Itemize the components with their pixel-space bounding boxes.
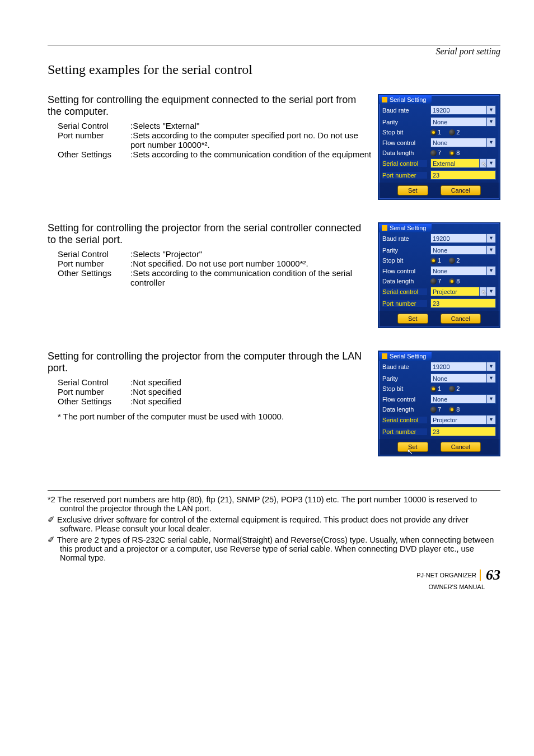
- cancel-button[interactable]: Cancel: [441, 185, 481, 195]
- chevron-down-icon[interactable]: ▼: [487, 245, 496, 255]
- top-rule: [48, 45, 500, 45]
- chevron-down-icon[interactable]: ▼: [487, 234, 496, 243]
- flow-control-select[interactable]: None▼: [430, 266, 496, 276]
- label-data-length: Data length: [382, 278, 427, 284]
- definition-row: Port number :Sets according to the compu…: [58, 130, 372, 150]
- data-length-radio[interactable]: 7 8: [430, 278, 496, 284]
- cancel-button[interactable]: Cancel: [441, 442, 481, 452]
- chevron-down-icon[interactable]: ▼: [487, 138, 496, 147]
- definition-row: Serial Control :Selects "Projector": [58, 249, 372, 259]
- note-line: *2 The reserved port numbers are http (8…: [48, 495, 500, 513]
- chevron-down-icon[interactable]: ▼: [487, 266, 496, 276]
- chevron-down-icon[interactable]: ▼: [487, 415, 496, 424]
- label-serial-control: Serial control: [382, 417, 427, 423]
- radio-icon[interactable]: [449, 386, 455, 392]
- stop-bit-radio[interactable]: 1 2: [430, 385, 496, 392]
- definition-value: :Selects "Projector": [130, 249, 372, 259]
- definition-value: :Selects "External": [130, 121, 372, 130]
- definition-row: Other Settings :Sets according to the co…: [58, 268, 372, 287]
- radio-icon[interactable]: [430, 386, 437, 392]
- definition-label: Other Settings: [58, 268, 130, 287]
- chevron-down-icon[interactable]: ▼: [487, 158, 496, 168]
- definition-value: :Not specified: [130, 387, 372, 396]
- parity-select[interactable]: None▼: [430, 374, 496, 383]
- definition-label: Serial Control: [58, 377, 130, 387]
- definition-value: :Sets according to the communication con…: [130, 150, 372, 159]
- breadcrumb: Serial port setting: [48, 46, 500, 57]
- label-port-number: Port number: [382, 172, 427, 179]
- serial-control-select[interactable]: Projector▼: [430, 415, 496, 424]
- port-number-input[interactable]: 23: [430, 427, 496, 436]
- label-stop-bit: Stop bit: [382, 257, 427, 264]
- flow-control-select[interactable]: None▼: [430, 138, 496, 147]
- chevron-down-icon[interactable]: ▼: [487, 105, 496, 115]
- radio-icon[interactable]: [449, 150, 455, 156]
- label-port-number: Port number: [382, 300, 427, 307]
- radio-icon[interactable]: [430, 258, 437, 264]
- definition-label: Serial Control: [58, 121, 130, 130]
- label-flow-control: Flow control: [382, 139, 427, 146]
- label-flow-control: Flow control: [382, 396, 427, 403]
- definition-row: Other Settings :Sets according to the co…: [58, 150, 372, 159]
- radio-icon[interactable]: [430, 407, 437, 413]
- example-section: Setting for controlling the projector fr…: [48, 222, 500, 328]
- port-number-input[interactable]: 23: [430, 170, 496, 180]
- example-section: Setting for controlling the equipment co…: [48, 94, 500, 200]
- baud-rate-select[interactable]: 19200▼: [430, 105, 496, 115]
- definition-row: Serial Control :Not specified: [58, 377, 372, 387]
- parity-select[interactable]: None▼: [430, 117, 496, 127]
- section-heading: Setting for controlling the equipment co…: [48, 94, 372, 118]
- definition-row: Port number :Not specified: [58, 387, 372, 396]
- radio-icon[interactable]: [430, 129, 437, 136]
- radio-icon[interactable]: [430, 278, 437, 284]
- set-button[interactable]: Set↖: [397, 442, 428, 452]
- footer-divider: [480, 570, 481, 581]
- set-button[interactable]: Set: [397, 185, 428, 195]
- footer-subtitle: OWNER'S MANUAL: [48, 584, 485, 590]
- note-line: ✐ There are 2 types of RS-232C serial ca…: [48, 535, 500, 562]
- cancel-button[interactable]: Cancel: [441, 314, 481, 324]
- label-port-number: Port number: [382, 428, 427, 435]
- definition-label: Serial Control: [58, 249, 130, 259]
- radio-icon[interactable]: [449, 278, 455, 284]
- panel-icon: [382, 97, 387, 102]
- port-number-input[interactable]: 23: [430, 298, 496, 308]
- radio-icon[interactable]: [449, 129, 455, 136]
- panel-title: Serial Setting: [379, 352, 432, 361]
- flow-control-select[interactable]: None▼: [430, 394, 496, 404]
- serial-control-apply[interactable]: ↖: [480, 158, 487, 168]
- definition-value: :Not specified: [130, 396, 372, 406]
- radio-icon[interactable]: [430, 150, 437, 156]
- serial-control-select[interactable]: External↖▼: [430, 158, 496, 168]
- chevron-down-icon[interactable]: ▼: [487, 394, 496, 404]
- radio-icon[interactable]: [449, 407, 455, 413]
- chevron-down-icon[interactable]: ▼: [487, 117, 496, 127]
- chevron-down-icon[interactable]: ▼: [487, 374, 496, 383]
- footer-product: PJ-NET ORGANIZER: [416, 572, 476, 578]
- radio-icon[interactable]: [449, 258, 455, 264]
- bottom-rule: [48, 490, 500, 491]
- chevron-down-icon[interactable]: ▼: [487, 362, 496, 371]
- parity-select[interactable]: None▼: [430, 245, 496, 255]
- set-button[interactable]: Set: [397, 314, 428, 324]
- section-heading: Setting for controlling the projector fr…: [48, 222, 372, 246]
- label-parity: Parity: [382, 247, 427, 254]
- label-serial-control: Serial control: [382, 288, 427, 295]
- baud-rate-select[interactable]: 19200▼: [430, 362, 496, 371]
- serial-setting-panel: Serial Setting Baud rate 19200▼ Parity N…: [378, 351, 500, 456]
- chevron-down-icon[interactable]: ▼: [487, 287, 496, 296]
- serial-control-apply[interactable]: ↖: [480, 287, 487, 296]
- section-heading: Setting for controlling the projector fr…: [48, 351, 372, 374]
- data-length-radio[interactable]: 7 8: [430, 150, 496, 156]
- definition-row: Serial Control :Selects "External": [58, 121, 372, 130]
- label-parity: Parity: [382, 119, 427, 125]
- panel-icon: [382, 225, 387, 231]
- data-length-radio[interactable]: 7 8: [430, 406, 496, 413]
- stop-bit-radio[interactable]: 1 2: [430, 129, 496, 136]
- serial-setting-panel: Serial Setting Baud rate 19200▼ Parity N…: [378, 222, 500, 328]
- baud-rate-select[interactable]: 19200▼: [430, 234, 496, 243]
- stop-bit-radio[interactable]: 1 2: [430, 257, 496, 264]
- serial-control-select[interactable]: Projector↖▼: [430, 287, 496, 296]
- note-line: ✐ Exclusive driver software for control …: [48, 515, 500, 533]
- panel-icon: [382, 353, 387, 359]
